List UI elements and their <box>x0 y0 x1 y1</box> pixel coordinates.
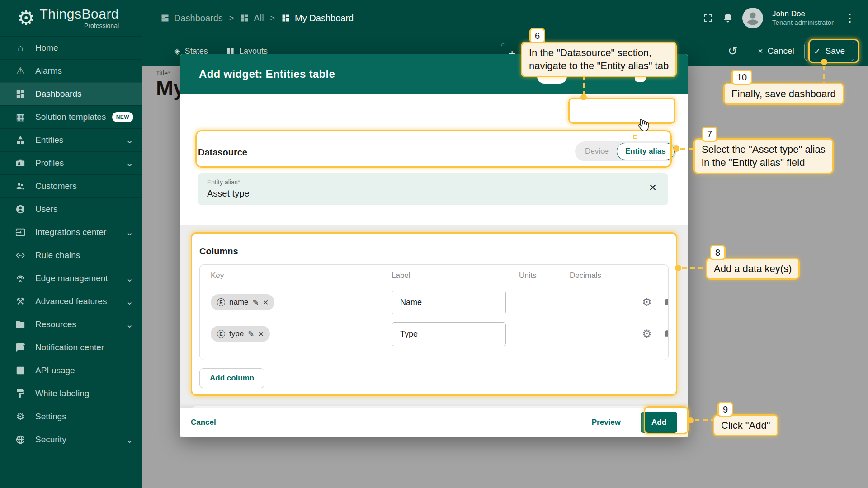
toggle-device[interactable]: Device <box>577 147 617 156</box>
entity-alias-value: Asset type <box>207 188 659 199</box>
sidebar-item-security[interactable]: Security ⌄ <box>0 428 142 451</box>
customers-icon <box>14 181 27 191</box>
label-input-type[interactable] <box>392 322 506 346</box>
connector-line-10 <box>823 66 825 83</box>
connector-line-9 <box>695 419 713 421</box>
more-menu-kebab-icon[interactable]: ⋮ <box>843 12 857 24</box>
sidebar-item-label: Profiles <box>35 158 122 168</box>
chevron-down-icon: ⌄ <box>126 276 133 281</box>
states-diamond-icon: ◈ <box>174 46 180 56</box>
breadcrumb-separator: > <box>229 14 234 23</box>
datakey-name: name <box>229 298 249 307</box>
column-settings-gear-icon[interactable]: ⚙ <box>642 328 652 339</box>
column-settings-gear-icon[interactable]: ⚙ <box>642 297 652 308</box>
toggle-entity-alias[interactable]: Entity alias <box>617 143 675 160</box>
columns-table-header: Key Label Units Decimals <box>200 265 668 286</box>
solution-templates-icon: ▦ <box>14 112 27 122</box>
add-widget-dialog: Add widget: Entities table Datasource De… <box>180 54 688 437</box>
sidebar-item-profiles[interactable]: Profiles ⌄ <box>0 151 142 174</box>
dashboard-save-button[interactable]: ✓ Save <box>804 42 854 61</box>
logo[interactable]: ⚙ ThingsBoard Professional <box>0 0 142 36</box>
sidebar: ⚙ ThingsBoard Professional ⌂ Home ⚠ Alar… <box>0 0 142 488</box>
chevron-down-icon: ⌄ <box>126 137 133 143</box>
sidebar-item-home[interactable]: ⌂ Home <box>0 36 142 59</box>
sidebar-item-edge-management[interactable]: Edge management ⌄ <box>0 267 142 290</box>
sidebar-item-dashboards[interactable]: Dashboards <box>0 82 142 105</box>
delete-column-trash-icon[interactable] <box>663 297 669 308</box>
breadcrumb: Dashboards > All > My Dashboard <box>160 13 354 23</box>
table-row: E name ✎ × ⚙ ⠿ <box>200 286 668 318</box>
connector-line-7 <box>680 148 694 150</box>
sidebar-item-api-usage[interactable]: API usage <box>0 359 142 382</box>
clear-alias-icon[interactable]: × <box>649 181 656 194</box>
callout-badge-7: 7 <box>702 127 717 142</box>
breadcrumb-separator: > <box>270 14 275 23</box>
datasource-section-title: Datasource <box>198 147 247 158</box>
dashboards-icon <box>160 14 170 23</box>
header-key: Key <box>211 271 392 280</box>
chevron-down-icon: ⌄ <box>126 299 133 304</box>
notification-center-icon <box>14 343 27 352</box>
toolbar-divider <box>748 42 748 60</box>
avatar[interactable] <box>742 8 763 28</box>
sidebar-item-rule-chains[interactable]: Rule chains <box>0 244 142 267</box>
sidebar-item-notification-center[interactable]: Notification center <box>0 336 142 359</box>
chevron-down-icon: ⌄ <box>126 437 133 442</box>
add-button[interactable]: Add <box>641 412 677 433</box>
breadcrumb-dashboards[interactable]: Dashboards <box>160 13 223 23</box>
remove-key-icon[interactable]: × <box>263 298 269 307</box>
datasource-type-toggle: Device Entity alias <box>575 141 676 161</box>
entities-icon <box>14 135 27 145</box>
preview-button[interactable]: Preview <box>592 418 621 427</box>
fullscreen-icon[interactable] <box>703 13 713 23</box>
datakey-chip-name[interactable]: E name ✎ × <box>211 294 274 310</box>
breadcrumb-my-dashboard[interactable]: My Dashboard <box>281 13 354 23</box>
sidebar-item-customers[interactable]: Customers <box>0 174 142 197</box>
sidebar-item-advanced-features[interactable]: ⚒ Advanced features ⌄ <box>0 290 142 313</box>
history-undo-icon[interactable]: ↺ <box>728 45 738 57</box>
connector-dot-6 <box>580 94 587 100</box>
columns-section-title: Columns <box>199 246 238 257</box>
edit-pencil-icon[interactable]: ✎ <box>248 329 254 339</box>
sidebar-item-solution-templates[interactable]: ▦ Solution templates NEW <box>0 105 142 128</box>
sidebar-item-integrations-center[interactable]: Integrations center ⌄ <box>0 221 142 244</box>
callout-badge-9: 9 <box>717 402 733 417</box>
dialog-cancel-button[interactable]: Cancel <box>191 418 216 427</box>
remove-key-icon[interactable]: × <box>258 329 264 338</box>
thingsboard-logo-icon: ⚙ <box>17 8 35 28</box>
white-labeling-icon <box>14 389 27 399</box>
breadcrumb-all[interactable]: All <box>240 13 264 23</box>
sidebar-item-entities[interactable]: Entities ⌄ <box>0 128 142 151</box>
sidebar-item-resources[interactable]: Resources ⌄ <box>0 313 142 336</box>
sidebar-item-label: Entities <box>35 135 122 145</box>
datakey-chip-type[interactable]: E type ✎ × <box>211 326 270 342</box>
settings-gear-icon: ⚙ <box>14 411 27 422</box>
dialog-title: Add widget: Entities table <box>199 68 335 80</box>
delete-column-trash-icon[interactable] <box>663 328 669 340</box>
add-column-button[interactable]: Add column <box>199 368 264 388</box>
close-icon: × <box>758 46 763 56</box>
dashboard-cancel-button[interactable]: × Cancel <box>758 46 794 56</box>
callout-8: Add a data key(s) <box>706 258 800 280</box>
notifications-bell-icon[interactable] <box>722 13 733 23</box>
edit-pencil-icon[interactable]: ✎ <box>253 298 259 307</box>
datasource-section: Datasource Device Entity alias Entity al… <box>180 94 688 225</box>
table-row: E type ✎ × ⚙ ⠿ <box>200 318 668 350</box>
label-input-name[interactable] <box>392 291 506 314</box>
sidebar-item-white-labeling[interactable]: White labeling <box>0 382 142 405</box>
chevron-down-icon: ⌄ <box>126 230 133 235</box>
user-info[interactable]: John Doe Tenant administrator <box>772 9 834 27</box>
chevron-down-icon: ⌄ <box>126 322 133 327</box>
dialog-footer: Cancel Preview Add <box>180 408 688 437</box>
alarms-icon: ⚠ <box>14 66 27 76</box>
check-icon: ✓ <box>814 46 821 56</box>
sidebar-item-label: Edge management <box>35 273 122 283</box>
sidebar-item-alarms[interactable]: ⚠ Alarms <box>0 59 142 82</box>
callout-10: Finally, save dashboard <box>723 83 844 105</box>
sidebar-item-settings[interactable]: ⚙ Settings <box>0 405 142 428</box>
sidebar-item-users[interactable]: Users <box>0 197 142 221</box>
rule-chains-icon <box>14 250 27 260</box>
entity-alias-field[interactable]: Entity alias* Asset type × <box>198 173 668 205</box>
dashboards-icon <box>281 14 290 23</box>
callout-9: Click "Add" <box>713 414 778 436</box>
